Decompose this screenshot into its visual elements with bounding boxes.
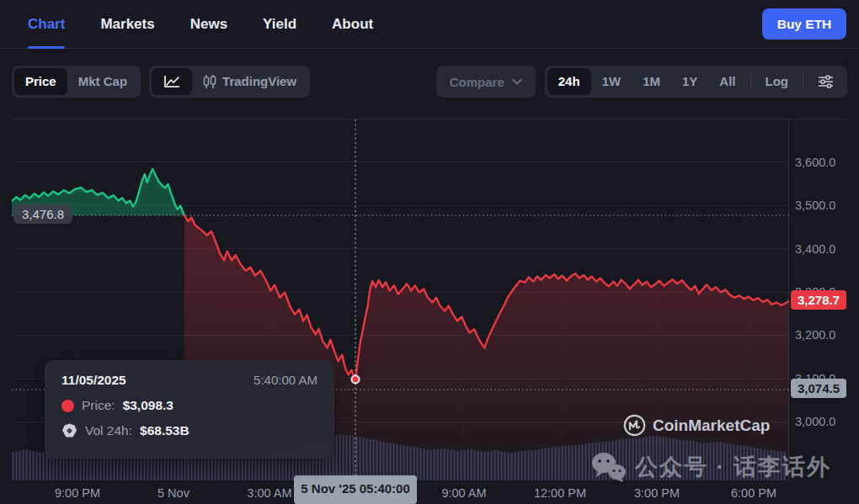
tooltip-vol-label: Vol 24h: — [85, 423, 132, 438]
tooltip-time: 5:40:00 AM — [253, 373, 317, 387]
open-price-badge: 3,476.8 — [13, 204, 72, 224]
volume-bar — [19, 450, 21, 480]
coinmarketcap-watermark: CoinMarketCap — [623, 414, 770, 437]
y-axis-label: 3,400.0 — [795, 241, 847, 257]
wechat-watermark: 公众号 · 话李话外 — [591, 452, 831, 482]
eth-chart-page: Chart Markets News Yield About Buy ETH P… — [0, 0, 859, 504]
volume-bar — [29, 450, 31, 480]
tooltip-price-value: $3,098.3 — [123, 398, 173, 413]
volume-bar — [26, 449, 28, 480]
volume-shield-icon — [61, 423, 77, 438]
chart-tooltip: 11/05/2025 5:40:00 AM Price: $3,098.3 Vo… — [45, 360, 334, 459]
y-axis-label: 3,000.0 — [795, 414, 847, 429]
x-axis-label: 5 Nov — [136, 486, 211, 500]
volume-bar — [36, 452, 38, 480]
last-price-badge: 3,278.7 — [791, 290, 846, 310]
x-axis-label: 12:00 PM — [522, 486, 598, 500]
volume-bar — [40, 453, 41, 480]
y-axis-label: 3,600.0 — [795, 155, 847, 170]
price-dot-icon — [61, 400, 74, 412]
y-axis-label: 3,200.0 — [795, 327, 847, 342]
tooltip-date: 11/05/2025 — [61, 373, 126, 388]
wechat-watermark-text: 公众号 · 话李话外 — [635, 452, 831, 482]
y-axis-label: 3,500.0 — [795, 198, 847, 213]
crosshair-time-badge: 5 Nov '25 05:40:00 — [294, 475, 417, 504]
volume-bar — [13, 452, 14, 480]
coinmarketcap-watermark-text: CoinMarketCap — [653, 416, 770, 435]
coinmarketcap-logo-icon — [623, 414, 646, 437]
low-price-badge: 3,074.5 — [791, 379, 846, 398]
x-axis-label: 6:00 PM — [716, 486, 792, 500]
tooltip-price-label: Price: — [82, 398, 115, 413]
volume-bar — [43, 452, 45, 480]
tooltip-vol-value: $68.53B — [140, 423, 189, 438]
volume-bar — [23, 450, 24, 480]
x-axis-label: 9:00 AM — [426, 486, 502, 500]
volume-bar — [16, 451, 18, 480]
crosshair-point-marker — [351, 375, 359, 383]
wechat-icon — [591, 452, 627, 482]
price-chart: 3,600.03,500.03,400.03,300.03,200.03,100… — [0, 0, 859, 504]
x-axis-label: 3:00 PM — [619, 486, 695, 500]
volume-bar — [33, 451, 35, 480]
x-axis-label: 9:00 PM — [40, 486, 115, 500]
